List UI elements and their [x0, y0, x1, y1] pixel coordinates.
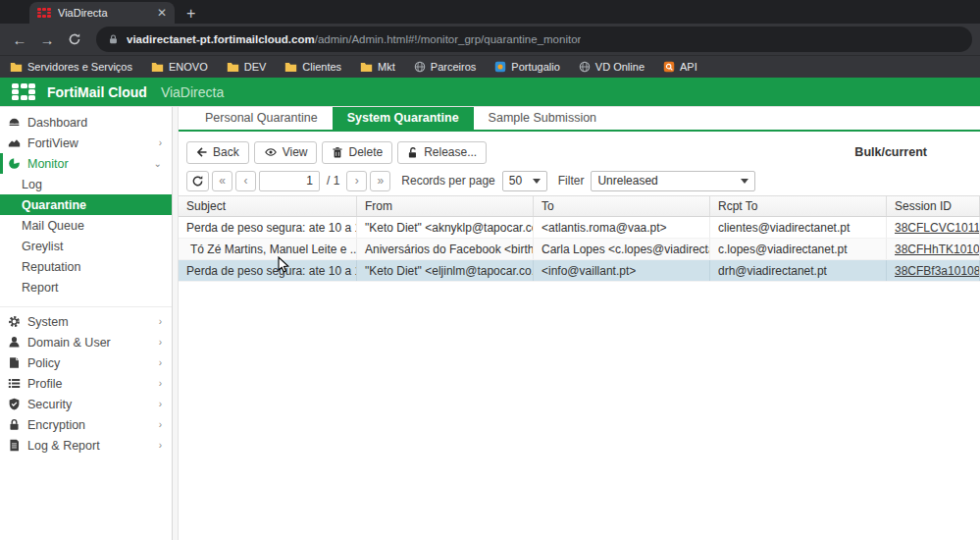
delete-button[interactable]: Delete — [322, 141, 392, 164]
tab-sample-submission[interactable]: Sample Submission — [474, 107, 611, 130]
cell-subject: Tó Zé Martins, Manuel Leite e ... — [179, 239, 357, 259]
globe-icon — [579, 61, 591, 73]
first-page-button[interactable]: « — [212, 171, 232, 191]
prev-page-button[interactable]: ‹ — [235, 171, 256, 191]
table-row-selected[interactable]: Perda de peso segura: ate 10 a 15 ... "K… — [179, 260, 980, 282]
session-id-link[interactable]: 38CFBf3a101081 — [895, 264, 980, 278]
tab-system-quarantine[interactable]: System Quarantine — [333, 107, 474, 130]
bookmark-mkt[interactable]: Mkt — [360, 61, 395, 73]
bookmark-dev[interactable]: DEV — [227, 61, 267, 73]
user-icon — [8, 336, 21, 349]
bookmark-vdonline[interactable]: VD Online — [579, 61, 645, 73]
sidebar-item-policy[interactable]: Policy › — [0, 352, 172, 373]
tab-personal-quarantine[interactable]: Personal Quarantine — [190, 107, 333, 130]
sidebar-label: Report — [22, 281, 164, 295]
sidebar-item-log-report[interactable]: Log & Report › — [0, 435, 172, 456]
new-tab-icon[interactable]: + — [186, 6, 195, 22]
url-text: viadirectanet-pt.fortimailcloud.com/admi… — [127, 33, 581, 45]
globe-icon — [414, 61, 426, 73]
reload-icon[interactable] — [63, 27, 86, 51]
bookmark-label: API — [680, 61, 697, 73]
column-header-to[interactable]: To — [534, 196, 710, 216]
folder-icon — [227, 62, 239, 73]
monitor-pie-icon — [8, 157, 21, 170]
sidebar-item-profile[interactable]: Profile › — [0, 373, 172, 394]
dropdown-caret-icon — [533, 179, 541, 184]
sidebar-item-fortiview[interactable]: FortiView › — [0, 133, 172, 153]
sidebar-item-mail-queue[interactable]: Mail Queue — [0, 215, 172, 236]
dropdown-caret-icon — [741, 179, 748, 184]
sidebar-item-dashboard[interactable]: Dashboard — [0, 112, 172, 133]
chevron-right-icon: › — [159, 440, 162, 451]
browser-tab[interactable]: ViaDirecta ✕ — [29, 2, 175, 24]
sidebar-label: Log & Report — [27, 439, 152, 453]
table-row[interactable]: Tó Zé Martins, Manuel Leite e ... Aniver… — [179, 239, 980, 260]
back-button[interactable]: Back — [186, 141, 249, 164]
sidebar-label: Policy — [27, 356, 152, 370]
column-header-from[interactable]: From — [357, 196, 534, 216]
tab-title: ViaDirecta — [58, 7, 150, 19]
chevron-right-icon: › — [159, 378, 162, 389]
forward-nav-icon[interactable]: → — [35, 27, 59, 51]
unlock-icon — [407, 146, 419, 159]
column-header-subject[interactable]: Subject — [179, 196, 357, 216]
records-per-page-select[interactable]: 50 — [502, 171, 547, 191]
back-arrow-icon — [196, 146, 208, 158]
page-number-input[interactable] — [259, 171, 320, 191]
session-id-link[interactable]: 38CFHhTK101098 — [895, 243, 980, 256]
last-page-button[interactable]: » — [370, 171, 390, 191]
sidebar-item-system[interactable]: System › — [0, 311, 172, 332]
bookmark-clientes[interactable]: Clientes — [284, 61, 341, 73]
column-header-rcpt-to[interactable]: Rcpt To — [710, 196, 887, 216]
sidebar-item-encryption[interactable]: Encryption › — [0, 414, 172, 435]
cell-rcpt-to: c.lopes@viadirectanet.pt — [710, 239, 887, 259]
cell-rcpt-to: drh@viadirectanet.pt — [710, 260, 887, 281]
sidebar-item-domain-user[interactable]: Domain & User › — [0, 332, 172, 352]
bookmark-label: Parceiros — [431, 61, 476, 73]
cell-subject: Perda de peso segura: ate 10 a 15 ... — [179, 217, 357, 238]
sidebar-item-reputation[interactable]: Reputation — [0, 256, 172, 277]
filter-select[interactable]: Unreleased — [591, 171, 755, 191]
bookmark-api[interactable]: API — [663, 61, 697, 73]
cell-to: <info@vaillant.pt> — [534, 260, 710, 281]
back-button-label: Back — [213, 145, 239, 159]
sidebar-item-security[interactable]: Security › — [0, 394, 172, 414]
folder-icon — [284, 62, 297, 73]
bookmark-parceiros[interactable]: Parceiros — [414, 61, 476, 73]
session-id-link[interactable]: 38CFLCVC101115 — [895, 221, 980, 235]
records-per-page-value: 50 — [509, 174, 522, 188]
next-page-button[interactable]: › — [346, 171, 367, 191]
sidebar-item-quarantine[interactable]: Quarantine — [0, 194, 172, 215]
app-header: FortiMail Cloud ViaDirecta — [0, 78, 980, 106]
sidebar-label: Domain & User — [27, 336, 152, 350]
view-button[interactable]: View — [254, 141, 318, 164]
table-row[interactable]: Perda de peso segura: ate 10 a 15 ... "K… — [179, 217, 980, 239]
sidebar-label: Quarantine — [22, 198, 164, 212]
browser-tabstrip: ViaDirecta ✕ + — [0, 0, 980, 24]
tenant-name: ViaDirecta — [161, 84, 224, 100]
tab-close-icon[interactable]: ✕ — [157, 7, 167, 19]
lock-icon — [8, 418, 21, 431]
sidebar-label: Greylist — [22, 240, 164, 253]
table-body: Perda de peso segura: ate 10 a 15 ... "K… — [179, 217, 980, 282]
fortimail-quarantine-page: ViaDirecta ✕ + ← → viadirectanet-pt.fort… — [0, 0, 980, 540]
back-nav-icon[interactable]: ← — [8, 27, 31, 51]
sidebar-label: Mail Queue — [22, 219, 164, 233]
sidebar-label: Monitor — [27, 157, 147, 171]
refresh-button[interactable] — [186, 171, 209, 191]
cell-to: Carla Lopes <c.lopes@viadirectan... — [534, 239, 710, 259]
url-bar[interactable]: viadirectanet-pt.fortimailcloud.com/admi… — [96, 27, 972, 52]
sidebar-item-monitor[interactable]: Monitor ⌄ — [0, 153, 172, 174]
sidebar-item-log[interactable]: Log — [0, 174, 172, 194]
sidebar-item-report[interactable]: Report — [0, 277, 172, 297]
product-name: FortiMail Cloud — [47, 84, 147, 100]
bookmark-servidores[interactable]: Servidores e Serviços — [10, 61, 132, 73]
release-button[interactable]: Release... — [397, 141, 487, 164]
chevron-right-icon: › — [159, 137, 162, 148]
bookmark-label: Clientes — [302, 61, 341, 73]
sidebar-item-greylist[interactable]: Greylist — [0, 236, 172, 256]
bookmark-portugalio[interactable]: Portugalio — [494, 61, 560, 73]
bookmark-enovo[interactable]: ENOVO — [151, 61, 208, 73]
filter-label: Filter — [558, 174, 585, 188]
column-header-session-id[interactable]: Session ID — [887, 196, 980, 216]
